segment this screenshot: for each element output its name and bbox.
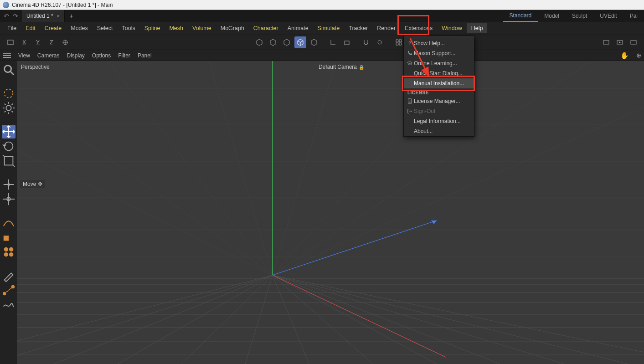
move-tool-icon[interactable] xyxy=(2,125,15,138)
svg-line-44 xyxy=(209,61,273,275)
menu-simulate[interactable]: Simulate xyxy=(313,23,345,33)
help-item-about-[interactable]: About... xyxy=(404,126,474,136)
x-axis-button[interactable]: X xyxy=(18,36,30,48)
sub-panel[interactable]: Panel xyxy=(138,52,152,59)
hamburger-icon[interactable] xyxy=(3,53,11,58)
layout-tab-standard[interactable]: Standard xyxy=(503,10,538,22)
menu-spline[interactable]: Spline xyxy=(140,23,165,33)
hand-icon[interactable]: ✋ xyxy=(620,51,629,60)
help-item-quick-start-dialog-[interactable]: Quick Start Dialog... xyxy=(404,68,474,78)
menu-mesh[interactable]: Mesh xyxy=(165,23,188,33)
viewport-menubar: View Cameras Display Options Filter Pane… xyxy=(0,50,644,61)
render-pv-icon[interactable] xyxy=(614,36,626,48)
axis-l-icon[interactable] xyxy=(327,36,339,48)
menu-select[interactable]: Select xyxy=(93,23,118,33)
document-tabbar: ↶ ↷ Untitled 1 * × + StandardModelSculpt… xyxy=(0,10,644,22)
snap-settings-icon[interactable] xyxy=(374,36,386,48)
target-icon[interactable]: ⊕ xyxy=(636,52,641,59)
help-item-manual-installation-[interactable]: Manual Installation... xyxy=(404,78,474,88)
menu-modes[interactable]: Modes xyxy=(66,23,93,33)
menu-tools[interactable]: Tools xyxy=(118,23,140,33)
sub-options[interactable]: Options xyxy=(92,52,111,59)
menu-edit[interactable]: Edit xyxy=(21,23,40,33)
reset-psr-icon[interactable] xyxy=(5,36,16,48)
window-title: Cinema 4D R26.107 - [Untitled 1 *] - Mai… xyxy=(12,2,113,8)
clone-icon[interactable] xyxy=(2,245,15,259)
menu-item-icon xyxy=(406,98,414,104)
menu-animate[interactable]: Animate xyxy=(283,23,313,33)
menu-create[interactable]: Create xyxy=(40,23,67,33)
menu-volume[interactable]: Volume xyxy=(188,23,216,33)
menu-mograph[interactable]: MoGraph xyxy=(216,23,249,33)
svg-line-22 xyxy=(54,275,273,364)
svg-line-41 xyxy=(17,61,273,275)
sub-display[interactable]: Display xyxy=(67,52,84,59)
primitive-hex4-icon[interactable] xyxy=(308,36,320,48)
viewport-grid xyxy=(17,61,644,364)
live-select-icon[interactable] xyxy=(2,87,15,100)
settings-gear-icon[interactable] xyxy=(2,101,15,115)
snap-magnet-icon[interactable] xyxy=(360,36,372,48)
spline-pen-icon[interactable] xyxy=(2,216,15,230)
rotate-tool-icon[interactable] xyxy=(2,139,15,153)
redo-icon[interactable]: ↷ xyxy=(13,12,18,20)
help-item-online-learning-[interactable]: Online Learning... xyxy=(404,58,474,68)
close-icon[interactable]: × xyxy=(57,13,60,19)
document-tab[interactable]: Untitled 1 * × xyxy=(22,10,65,22)
layout-tab-uvedit[interactable]: UVEdit xyxy=(593,10,623,22)
svg-point-11 xyxy=(7,183,10,186)
workplane-icon[interactable] xyxy=(393,36,405,48)
history-controls: ↶ ↷ xyxy=(0,10,22,22)
path-icon[interactable] xyxy=(2,283,15,297)
render-frame-icon[interactable] xyxy=(600,36,612,48)
svg-line-27 xyxy=(273,275,373,364)
sub-view[interactable]: View xyxy=(18,52,30,59)
plane-icon[interactable] xyxy=(341,36,353,48)
menu-extensions[interactable]: Extensions xyxy=(400,23,437,33)
layout-tab-model[interactable]: Model xyxy=(538,10,566,22)
primitive-hex-icon[interactable] xyxy=(253,36,265,48)
svg-line-32 xyxy=(273,275,644,364)
svg-line-20 xyxy=(17,275,273,364)
svg-point-15 xyxy=(10,248,13,251)
primitive-hex2-icon[interactable] xyxy=(267,36,279,48)
layout-tab-sculpt[interactable]: Sculpt xyxy=(566,10,593,22)
brush-icon[interactable] xyxy=(2,269,15,282)
main-area: Perspective Default Camera 🔒 Move ✥ xyxy=(0,61,644,364)
scale-tool-icon[interactable] xyxy=(2,154,15,168)
svg-line-29 xyxy=(273,275,500,364)
menu-file[interactable]: File xyxy=(3,23,21,33)
layout-tab-pai[interactable]: Pai xyxy=(623,10,644,22)
poly-mat-icon[interactable] xyxy=(2,231,15,244)
svg-rect-10 xyxy=(5,157,13,165)
help-item-legal-information-[interactable]: Legal Information... xyxy=(404,116,474,126)
help-item-license-manager-[interactable]: License Manager... xyxy=(404,96,474,106)
sub-filter[interactable]: Filter xyxy=(118,52,130,59)
menu-render[interactable]: Render xyxy=(372,23,400,33)
undo-icon[interactable]: ↶ xyxy=(4,12,9,20)
primitive-hex3-icon[interactable] xyxy=(281,36,293,48)
camera-label[interactable]: Default Camera 🔒 xyxy=(319,64,364,70)
help-item-maxon-support-[interactable]: Maxon Support... xyxy=(404,48,474,58)
menu-help[interactable]: Help xyxy=(467,23,488,33)
move-all-icon[interactable] xyxy=(2,192,15,206)
move-parent-icon[interactable] xyxy=(2,178,15,191)
menu-character[interactable]: Character xyxy=(249,23,283,33)
help-item-show-help-[interactable]: ?Show Help... xyxy=(404,38,474,48)
render-settings-icon[interactable] xyxy=(628,36,639,48)
svg-line-45 xyxy=(273,61,336,275)
scribble-icon[interactable] xyxy=(2,298,15,312)
sub-cameras[interactable]: Cameras xyxy=(37,52,60,59)
z-axis-button[interactable]: Z xyxy=(46,36,57,48)
viewport[interactable]: Perspective Default Camera 🔒 Move ✥ xyxy=(17,61,644,364)
menu-window[interactable]: Window xyxy=(437,23,466,33)
svg-point-9 xyxy=(6,105,11,110)
search-icon[interactable] xyxy=(2,63,15,77)
coord-system-icon[interactable] xyxy=(59,36,71,48)
svg-rect-6 xyxy=(631,41,636,44)
viewport-label: Perspective xyxy=(21,64,50,70)
y-axis-button[interactable]: Y xyxy=(32,36,44,48)
menu-tracker[interactable]: Tracker xyxy=(344,23,372,33)
add-tab-button[interactable]: + xyxy=(65,10,77,22)
primitive-cube-icon[interactable] xyxy=(294,36,306,48)
